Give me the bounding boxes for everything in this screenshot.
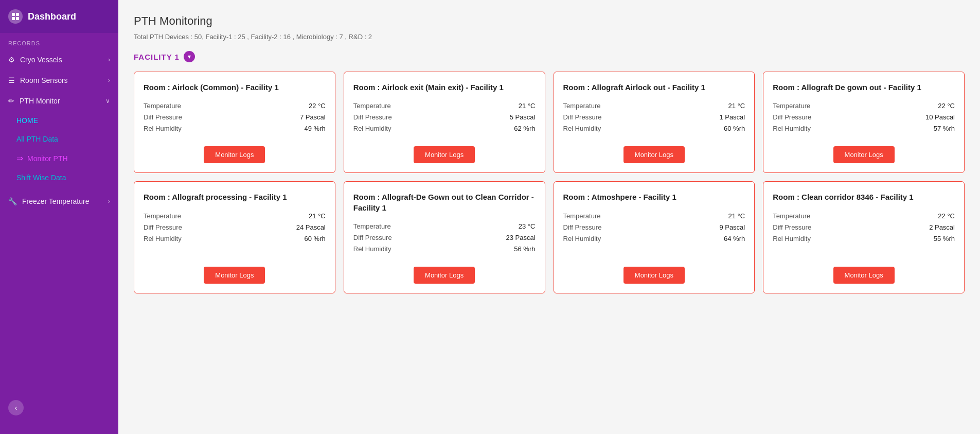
- card-metrics-0: Temperature22 °CDiff Pressure7 PascalRel…: [144, 102, 326, 136]
- facility-label: FACILITY 1: [134, 53, 180, 61]
- metric-row-6-2: Rel Humidity64 %rh: [563, 235, 745, 242]
- metric-value-2-0: 21 °C: [728, 102, 745, 110]
- facility-expand-button[interactable]: ▾: [184, 51, 195, 62]
- card-footer-2: Monitor Logs: [563, 146, 745, 163]
- svg-rect-3: [16, 17, 19, 20]
- metric-row-7-0: Temperature22 °C: [773, 212, 955, 220]
- room-card-2: Room : Allograft Airlock out - Facility …: [554, 72, 755, 173]
- shift-wise-data-label: Shift Wise Data: [16, 173, 66, 182]
- metric-row-3-1: Diff Pressure10 Pascal: [773, 113, 955, 121]
- metric-label-6-2: Rel Humidity: [563, 235, 601, 242]
- metric-label-0-2: Rel Humidity: [144, 125, 182, 132]
- card-title-6: Room : Atmoshpere - Facility 1: [563, 192, 745, 202]
- metric-value-1-2: 62 %rh: [514, 125, 535, 132]
- card-metrics-5: Temperature23 °CDiff Pressure23 PascalRe…: [353, 222, 536, 256]
- metric-label-2-2: Rel Humidity: [563, 125, 601, 132]
- metric-row-1-2: Rel Humidity62 %rh: [353, 125, 536, 132]
- monitor-logs-button-5[interactable]: Monitor Logs: [414, 267, 475, 284]
- metric-row-4-2: Rel Humidity60 %rh: [144, 235, 326, 242]
- chevron-right-icon: ›: [108, 56, 110, 63]
- metric-label-4-0: Temperature: [144, 212, 181, 220]
- metric-label-6-0: Temperature: [563, 212, 601, 220]
- monitor-logs-button-6[interactable]: Monitor Logs: [623, 267, 685, 284]
- metric-value-1-0: 21 °C: [519, 102, 536, 110]
- metric-label-7-0: Temperature: [773, 212, 810, 220]
- pencil-icon: ✏: [8, 97, 14, 105]
- metric-value-3-1: 10 Pascal: [925, 113, 955, 121]
- metric-value-6-0: 21 °C: [728, 212, 745, 220]
- metric-value-2-1: 1 Pascal: [719, 113, 745, 121]
- gear-icon: ⚙: [8, 56, 15, 64]
- chevron-right-icon-2: ›: [108, 77, 110, 84]
- room-sensors-label: Room Sensors: [20, 76, 68, 84]
- metric-value-4-2: 60 %rh: [305, 235, 326, 242]
- metric-row-0-2: Rel Humidity49 %rh: [144, 125, 326, 132]
- card-metrics-3: Temperature22 °CDiff Pressure10 PascalRe…: [773, 102, 955, 136]
- card-footer-3: Monitor Logs: [773, 146, 955, 163]
- metric-row-1-1: Diff Pressure5 Pascal: [353, 113, 536, 121]
- dashboard-title: Dashboard: [28, 11, 76, 22]
- room-card-7: Room : Clean corridor 8346 - Facility 1T…: [763, 181, 965, 293]
- dashboard-icon: [8, 9, 23, 24]
- metric-value-4-0: 21 °C: [309, 212, 326, 220]
- metric-value-2-2: 60 %rh: [724, 125, 745, 132]
- chevron-right-icon-3: ›: [108, 198, 110, 205]
- sidebar-item-all-pth-data[interactable]: All PTH Data: [0, 130, 118, 148]
- sidebar-item-pth-monitor[interactable]: ✏ PTH Monitor ∨: [0, 91, 118, 111]
- sidebar-item-cryo-vessels[interactable]: ⚙ Cryo Vessels ›: [0, 49, 118, 70]
- card-title-1: Room : Airlock exit (Main exit) - Facili…: [353, 82, 536, 93]
- monitor-arrow-icon: ⇒: [16, 153, 23, 163]
- sidebar-item-monitor-pth[interactable]: ⇒ Monitor PTH: [0, 148, 118, 168]
- metric-row-1-0: Temperature21 °C: [353, 102, 536, 110]
- metric-value-6-1: 9 Pascal: [719, 223, 745, 231]
- card-title-3: Room : Allograft De gown out - Facility …: [773, 82, 955, 93]
- card-footer-6: Monitor Logs: [563, 267, 745, 284]
- metric-row-4-1: Diff Pressure24 Pascal: [144, 223, 326, 231]
- card-title-5: Room : Allograft-De Gown out to Clean Co…: [353, 192, 536, 213]
- metric-label-5-0: Temperature: [353, 222, 391, 230]
- metric-label-1-2: Rel Humidity: [353, 125, 391, 132]
- card-footer-1: Monitor Logs: [353, 146, 536, 163]
- metric-row-7-1: Diff Pressure2 Pascal: [773, 223, 955, 231]
- cards-grid: Room : Airlock (Common) - Facility 1Temp…: [134, 72, 965, 293]
- cryo-vessels-label: Cryo Vessels: [20, 56, 62, 64]
- metric-value-3-2: 57 %rh: [934, 125, 955, 132]
- svg-rect-1: [16, 13, 19, 16]
- metric-row-0-1: Diff Pressure7 Pascal: [144, 113, 326, 121]
- monitor-logs-button-0[interactable]: Monitor Logs: [204, 146, 265, 163]
- metric-value-5-2: 56 %rh: [514, 245, 535, 253]
- metric-row-5-2: Rel Humidity56 %rh: [353, 245, 536, 253]
- monitor-pth-label: Monitor PTH: [27, 154, 68, 163]
- records-section-label: RECORDS: [0, 33, 118, 49]
- metric-row-3-0: Temperature22 °C: [773, 102, 955, 110]
- metric-row-2-0: Temperature21 °C: [563, 102, 745, 110]
- monitor-logs-button-3[interactable]: Monitor Logs: [833, 146, 895, 163]
- metric-value-0-1: 7 Pascal: [300, 113, 326, 121]
- metric-row-6-1: Diff Pressure9 Pascal: [563, 223, 745, 231]
- card-metrics-2: Temperature21 °CDiff Pressure1 PascalRel…: [563, 102, 745, 136]
- room-card-1: Room : Airlock exit (Main exit) - Facili…: [344, 72, 545, 173]
- card-footer-4: Monitor Logs: [144, 267, 326, 284]
- metric-row-3-2: Rel Humidity57 %rh: [773, 125, 955, 132]
- metric-value-7-0: 22 °C: [938, 212, 955, 220]
- metric-value-1-1: 5 Pascal: [510, 113, 536, 121]
- sidebar-item-home[interactable]: HOME: [0, 111, 118, 130]
- metric-label-0-1: Diff Pressure: [144, 113, 182, 121]
- monitor-logs-button-1[interactable]: Monitor Logs: [414, 146, 475, 163]
- sidebar-header: Dashboard: [0, 0, 118, 33]
- metric-label-3-2: Rel Humidity: [773, 125, 811, 132]
- metric-row-5-1: Diff Pressure23 Pascal: [353, 234, 536, 241]
- sidebar-item-freezer-temperature[interactable]: 🔧 Freezer Temperature ›: [0, 191, 118, 212]
- monitor-logs-button-2[interactable]: Monitor Logs: [623, 146, 685, 163]
- sidebar-item-room-sensors[interactable]: ☰ Room Sensors ›: [0, 70, 118, 91]
- monitor-logs-button-7[interactable]: Monitor Logs: [833, 267, 895, 284]
- metric-value-4-1: 24 Pascal: [296, 223, 326, 231]
- metric-label-7-2: Rel Humidity: [773, 235, 811, 242]
- sidebar-collapse-button[interactable]: ‹: [8, 400, 24, 415]
- card-title-4: Room : Allograft processing - Facility 1: [144, 192, 326, 202]
- all-pth-data-label: All PTH Data: [16, 135, 58, 143]
- metric-value-5-0: 23 °C: [519, 222, 536, 230]
- sidebar-item-shift-wise-data[interactable]: Shift Wise Data: [0, 168, 118, 187]
- monitor-logs-button-4[interactable]: Monitor Logs: [204, 267, 265, 284]
- card-footer-0: Monitor Logs: [144, 146, 326, 163]
